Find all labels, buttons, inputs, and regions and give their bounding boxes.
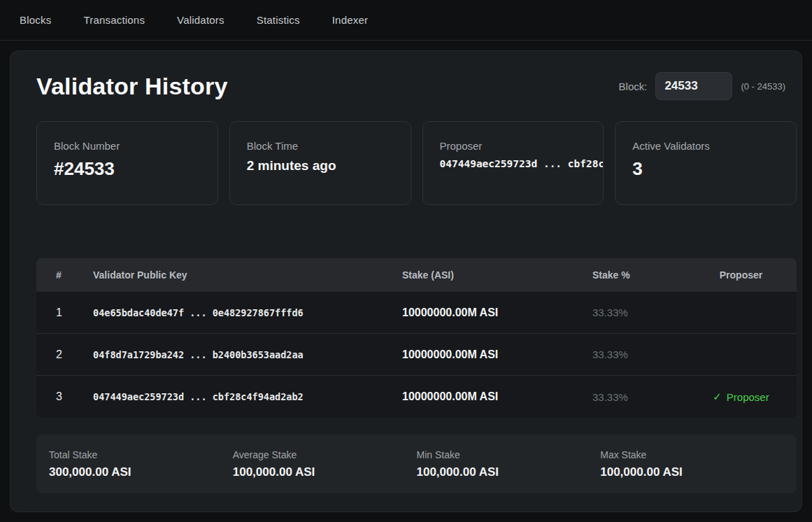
col-header-stake: Stake (ASI) (402, 269, 592, 281)
nav-item-transactions[interactable]: Transactions (83, 14, 145, 26)
stat-value: 2 minutes ago (247, 158, 394, 174)
stake-summary-bar: Total Stake 300,000.00 ASI Average Stake… (36, 435, 797, 493)
summary-value: 100,000.00 ASI (600, 465, 784, 479)
summary-min-stake: Min Stake 100,000.00 ASI (417, 449, 601, 479)
summary-value: 100,000.00 ASI (417, 465, 601, 479)
summary-value: 300,000.00 ASI (49, 465, 233, 479)
stat-label: Block Number (54, 140, 201, 152)
stat-label: Active Validators (632, 140, 779, 152)
stake-amount: 10000000.00M ASI (402, 306, 592, 319)
nav-item-validators[interactable]: Validators (177, 14, 225, 26)
nav-item-blocks[interactable]: Blocks (20, 14, 51, 26)
table-row[interactable]: 2 04f8d7a1729ba242 ... b2400b3653aad2aa … (36, 334, 797, 376)
stats-row: Block Number #24533 Block Time 2 minutes… (36, 121, 797, 205)
stat-card-block-number: Block Number #24533 (36, 121, 218, 205)
col-header-index: # (56, 269, 93, 281)
stat-value: 3 (632, 158, 779, 180)
validator-pubkey: 047449aec259723d ... cbf28c4f94ad2ab2 (93, 391, 402, 402)
table-header-row: # Validator Public Key Stake (ASI) Stake… (36, 258, 797, 292)
table-row[interactable]: 3 047449aec259723d ... cbf28c4f94ad2ab2 … (36, 376, 797, 418)
row-index: 3 (56, 390, 93, 403)
stake-amount: 10000000.00M ASI (402, 390, 592, 403)
validator-pubkey: 04f8d7a1729ba242 ... b2400b3653aad2aa (93, 349, 402, 360)
stake-amount: 10000000.00M ASI (402, 348, 592, 361)
proposer-badge: ✓ Proposer (713, 390, 769, 403)
block-selector: Block: (0 - 24533) (619, 72, 785, 100)
card-header: Validator History Block: (0 - 24533) (27, 72, 785, 100)
summary-label: Average Stake (233, 449, 417, 460)
stat-label: Block Time (247, 140, 394, 152)
summary-value: 100,000.00 ASI (233, 465, 417, 479)
validators-table: # Validator Public Key Stake (ASI) Stake… (36, 258, 797, 418)
nav-item-statistics[interactable]: Statistics (257, 14, 300, 26)
top-nav: Blocks Transactions Validators Statistic… (0, 0, 812, 41)
validator-history-card: Validator History Block: (0 - 24533) Blo… (10, 50, 802, 512)
proposer-badge-label: Proposer (727, 391, 769, 403)
col-header-stake-pct: Stake % (592, 269, 685, 281)
stake-percent: 33.33% (592, 391, 685, 403)
validator-pubkey: 04e65bdac40de47f ... 0e482927867fffd6 (93, 307, 402, 318)
stat-label: Proposer (440, 140, 587, 152)
stat-card-proposer: Proposer 047449aec259723d ... cbf28c (422, 121, 604, 205)
row-index: 1 (56, 306, 93, 319)
col-header-proposer: Proposer (685, 269, 797, 281)
stat-value-proposer-key: 047449aec259723d ... cbf28c (440, 158, 587, 169)
row-index: 2 (56, 348, 93, 361)
stat-card-block-time: Block Time 2 minutes ago (229, 121, 411, 205)
page-title: Validator History (36, 73, 228, 100)
block-range-hint: (0 - 24533) (741, 81, 785, 92)
summary-label: Max Stake (600, 449, 784, 460)
stat-value: #24533 (54, 158, 201, 180)
summary-average-stake: Average Stake 100,000.00 ASI (233, 449, 417, 479)
stat-card-active-validators: Active Validators 3 (615, 121, 797, 205)
summary-total-stake: Total Stake 300,000.00 ASI (49, 449, 233, 479)
col-header-pubkey: Validator Public Key (93, 269, 402, 281)
stake-percent: 33.33% (592, 306, 685, 318)
proposer-cell: ✓ Proposer (685, 390, 797, 403)
table-row[interactable]: 1 04e65bdac40de47f ... 0e482927867fffd6 … (36, 292, 797, 334)
nav-item-indexer[interactable]: Indexer (332, 14, 368, 26)
block-number-input[interactable] (655, 72, 732, 100)
stake-percent: 33.33% (592, 348, 685, 360)
summary-max-stake: Max Stake 100,000.00 ASI (600, 449, 784, 479)
summary-label: Total Stake (49, 449, 233, 460)
block-input-label: Block: (619, 80, 648, 92)
summary-label: Min Stake (417, 449, 601, 460)
check-icon: ✓ (713, 390, 722, 403)
